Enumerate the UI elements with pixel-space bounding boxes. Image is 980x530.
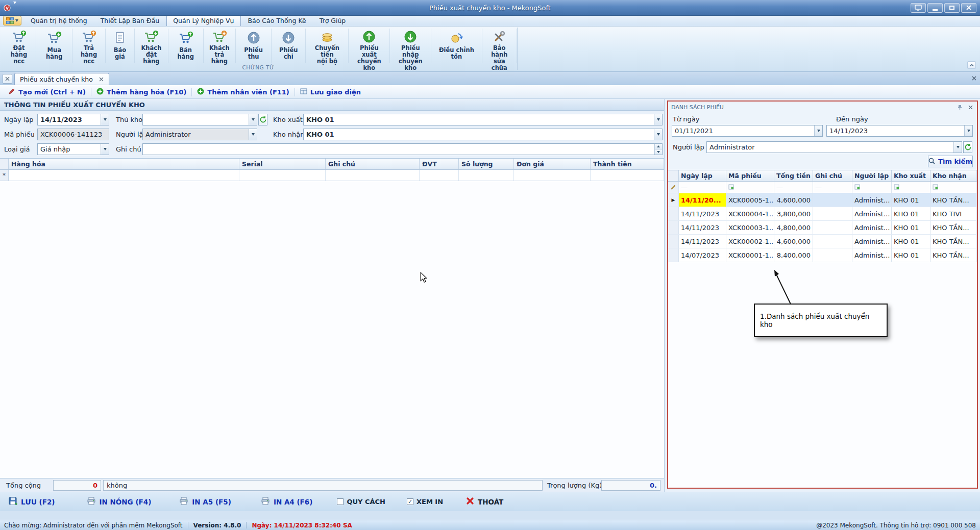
print-a5-button[interactable]: IN A5 (F5): [179, 496, 231, 507]
cell-total[interactable]: 4,600,000: [774, 193, 813, 207]
ghi-chu-input[interactable]: [142, 143, 663, 155]
cell-so-luong[interactable]: [459, 170, 514, 181]
doc-tab-phieu-xuat-chuyen-kho[interactable]: Phiếu xuất chuyển kho: [14, 73, 109, 85]
cell-user[interactable]: Administ...: [852, 207, 892, 220]
ribbon-item-phieu-thu[interactable]: Phiếu thu: [236, 29, 272, 63]
loai-gia-input[interactable]: Giá nhập: [37, 143, 109, 155]
refresh-button[interactable]: [963, 141, 972, 153]
ribbon-collapse-button[interactable]: [967, 61, 976, 69]
cell-date[interactable]: 14/11/2023: [679, 221, 726, 234]
create-new-button[interactable]: Tạo mới (Ctrl + N): [3, 85, 91, 98]
thu-kho-input[interactable]: [142, 114, 257, 125]
cell-hang-hoa[interactable]: [9, 170, 239, 181]
cell-note[interactable]: [813, 193, 852, 207]
menu-tab-tro-giup[interactable]: Trợ Giúp: [313, 16, 352, 26]
cell-note[interactable]: [813, 207, 852, 220]
cell-from[interactable]: KHO 01: [892, 248, 930, 262]
filter-cell[interactable]: [892, 182, 930, 193]
ribbon-item-dat-hang-ncc[interactable]: Đặt hàng ncc: [2, 29, 36, 63]
chevron-down-icon[interactable]: [249, 114, 257, 125]
cell-thanh-tien[interactable]: [591, 170, 664, 181]
col-tong-tien[interactable]: Tổng tiền: [774, 170, 813, 181]
voucher-row[interactable]: 14/11/2023 XCK00003-1... 4,800,000 Admin…: [668, 221, 977, 235]
cell-user[interactable]: Administ...: [852, 221, 892, 234]
cell-from[interactable]: KHO 01: [892, 193, 930, 207]
ngay-lap-input[interactable]: 14/11/2023: [37, 114, 109, 125]
cell-from[interactable]: KHO 01: [892, 207, 930, 220]
add-employee-button[interactable]: Thêm nhân viên (F11): [192, 85, 294, 98]
cell-user[interactable]: Administ...: [852, 235, 892, 248]
voucher-row[interactable]: 14/11/2023 XCK00004-1... 3,800,000 Admin…: [668, 207, 977, 221]
new-item-row[interactable]: *: [0, 170, 664, 181]
app-logo-icon[interactable]: [4, 4, 11, 11]
cell-to[interactable]: KHO TẦN...: [930, 221, 977, 234]
col-dvt[interactable]: ĐVT: [420, 159, 459, 169]
col-ma-phieu[interactable]: Mã phiếu: [726, 170, 774, 181]
tu-ngay-input[interactable]: 01/11/2021: [672, 125, 823, 137]
ribbon-item-tra-hang-ncc[interactable]: Trả hàng ncc: [72, 29, 105, 63]
print-a4-button[interactable]: IN A4 (F6): [261, 496, 313, 507]
col-serial[interactable]: Serial: [239, 159, 326, 169]
ribbon-item-bao-gia[interactable]: Báo giá: [106, 29, 135, 63]
pin-icon[interactable]: [956, 104, 963, 111]
cell-code[interactable]: XCK00003-1...: [726, 221, 774, 234]
print-hot-button[interactable]: IN NÓNG (F4): [87, 496, 152, 507]
save-layout-button[interactable]: Lưu giao diện: [295, 85, 366, 98]
tabbar-right-close-icon[interactable]: [972, 74, 976, 82]
doc-tab-close-icon[interactable]: [99, 75, 104, 83]
cell-total[interactable]: 8,400,000: [774, 248, 813, 262]
den-ngay-input[interactable]: 14/11/2023: [826, 125, 973, 137]
col-thanh-tien[interactable]: Thành tiền: [591, 159, 664, 169]
spin-down-icon[interactable]: [655, 149, 662, 155]
nguoi-lap-input[interactable]: Administrator: [142, 129, 257, 140]
add-item-button[interactable]: Thêm hàng hóa (F10): [91, 85, 191, 98]
cell-to[interactable]: KHO TIVI: [930, 207, 977, 220]
cell-dvt[interactable]: [420, 170, 459, 181]
col-ngay-lap[interactable]: Ngày lập: [679, 170, 726, 181]
cell-date[interactable]: 14/11/20...: [679, 193, 726, 207]
save-button[interactable]: LƯU (F2): [8, 496, 55, 507]
chevron-down-icon[interactable]: [654, 129, 662, 140]
voucher-row[interactable]: 14/11/2023 XCK00002-1... 4,600,000 Admin…: [668, 235, 977, 248]
cell-to[interactable]: KHO TẦN...: [930, 193, 977, 207]
panel-nguoi-lap-input[interactable]: Administrator: [706, 141, 962, 153]
col-ghi-chu[interactable]: Ghi chú: [326, 159, 420, 169]
xem-in-checkbox[interactable]: ✓ XEM IN: [407, 498, 443, 506]
quick-access-chevron-icon[interactable]: [13, 4, 16, 12]
filter-cell[interactable]: [930, 182, 977, 193]
col-hang-hoa[interactable]: Hàng hóa: [9, 159, 239, 169]
refresh-button[interactable]: [258, 114, 267, 125]
menu-tab-quan-tri-he-thong[interactable]: Quản trị hệ thống: [24, 16, 93, 26]
cell-note[interactable]: [813, 235, 852, 248]
filter-cell[interactable]: [852, 182, 892, 193]
minimize-button[interactable]: [927, 3, 943, 13]
cell-from[interactable]: KHO 01: [892, 235, 930, 248]
col-nguoi-lap[interactable]: Người lập: [852, 170, 892, 181]
ribbon-item-mua-hang[interactable]: Mua hàng: [36, 29, 72, 63]
cell-serial[interactable]: [239, 170, 326, 181]
cell-code[interactable]: XCK00004-1...: [726, 207, 774, 220]
filter-cell[interactable]: —: [813, 182, 852, 193]
chevron-down-icon[interactable]: [101, 144, 109, 155]
menu-tab-thiet-lap-ban-dau[interactable]: Thiết Lập Ban Đầu: [94, 16, 166, 26]
chevron-down-icon[interactable]: [101, 114, 109, 125]
cell-user[interactable]: Administ...: [852, 193, 892, 207]
ribbon-item-phieu-xuat-chuyen-kho[interactable]: Phiếu xuất chuyển kho: [349, 29, 390, 63]
search-button[interactable]: Tìm kiếm: [928, 156, 973, 167]
cell-ghi-chu[interactable]: [326, 170, 420, 181]
col-kho-nhan[interactable]: Kho nhận: [930, 170, 977, 181]
filter-cell[interactable]: —: [679, 182, 726, 193]
col-kho-xuat[interactable]: Kho xuất: [892, 170, 930, 181]
ribbon-item-bao-hanh-sua-chua[interactable]: Bảo hành sửa chữa: [482, 29, 517, 63]
cell-date[interactable]: 14/07/2023: [679, 248, 726, 262]
cell-date[interactable]: 14/11/2023: [679, 207, 726, 220]
cell-total[interactable]: 4,600,000: [774, 235, 813, 248]
filter-cell[interactable]: [726, 182, 774, 193]
tabbar-close-button[interactable]: [3, 74, 12, 84]
chevron-down-icon[interactable]: [964, 125, 972, 136]
ribbon-item-ban-hang[interactable]: Bán hàng: [168, 29, 204, 63]
app-menu-button[interactable]: [3, 16, 21, 26]
spin-up-icon[interactable]: [655, 144, 662, 149]
menu-tab-bao-cao-thong-ke[interactable]: Báo Cáo Thống Kê: [242, 16, 312, 26]
ribbon-item-phieu-nhap-chuyen-kho[interactable]: Phiếu nhập chuyển kho: [390, 29, 431, 63]
